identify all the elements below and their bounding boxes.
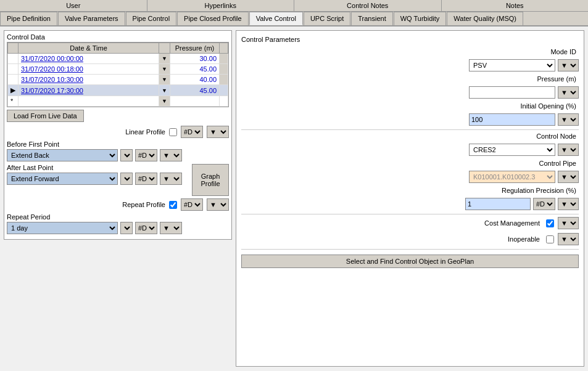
tab-transient[interactable]: Transient [351, 12, 392, 25]
tab-group-hyperlinks[interactable]: Hyperlinks [147, 0, 295, 11]
before-first-combo[interactable]: Extend Back [7, 149, 118, 161]
linear-profile-checkbox[interactable] [169, 128, 177, 136]
control-node-combo[interactable]: CRES2 [469, 144, 555, 156]
after-last-sub-combo[interactable]: ▼ [120, 173, 133, 185]
mode-id-label: Mode ID [241, 48, 579, 55]
empty-p [220, 96, 228, 107]
dropdown-arrow[interactable]: ▼ [159, 85, 170, 96]
table-row: 31/07/2020 00:18:00 ▼ 45.00 [8, 64, 228, 75]
repeat-profile-checkbox[interactable] [169, 201, 177, 209]
p-arrow [220, 75, 228, 85]
regulation-precision-hash-combo[interactable]: #D [533, 198, 555, 210]
repeat-profile-label: Repeat Profile [7, 201, 165, 208]
tab-upc-script[interactable]: UPC Script [304, 12, 350, 25]
linear-profile-combo[interactable]: #D [181, 126, 203, 138]
regulation-precision-label: Regulation Precision (%) [241, 187, 579, 194]
pressure-input[interactable] [469, 86, 555, 99]
empty-pressure [170, 96, 220, 107]
pressure-label: Pressure (m) [241, 75, 579, 83]
initial-opening-input[interactable] [469, 113, 555, 126]
cost-management-label: Cost Management [241, 219, 542, 227]
pressure-cell[interactable]: 45.00 [170, 64, 220, 75]
date-cell[interactable]: 31/07/2020 17:30:00 [19, 85, 159, 96]
pressure-cell[interactable]: 40.00 [170, 75, 220, 85]
col-indicator [8, 43, 19, 54]
col-date-time: Date & Time [19, 43, 159, 54]
row-indicator [8, 54, 19, 64]
table-row-empty: * ▼ [8, 96, 228, 107]
repeat-period-sub-combo[interactable]: ▼ [120, 222, 133, 234]
tab-pipe-closed-profile[interactable]: Pipe Closed Profile [177, 12, 249, 25]
inoperable-dropdown[interactable]: ▼ [558, 233, 579, 245]
repeat-period-label: Repeat Period [7, 213, 229, 221]
empty-arrow[interactable]: ▼ [159, 96, 170, 107]
date-cell[interactable]: 31/07/2020 10:30:00 [19, 75, 159, 85]
tab-group-control-notes[interactable]: Control Notes [294, 0, 442, 11]
tab-pipe-control[interactable]: Pipe Control [126, 12, 177, 25]
before-first-dropdown[interactable]: ▼ [160, 149, 182, 161]
inoperable-checkbox[interactable] [546, 235, 554, 243]
pressure-cell[interactable]: 30.00 [170, 54, 220, 64]
dropdown-arrow[interactable]: ▼ [159, 54, 170, 64]
row-indicator: ▶ [8, 85, 19, 96]
control-data-table: Date & Time Pressure (m) 31/07/2020 00:0… [7, 43, 228, 107]
linear-profile-dropdown[interactable]: ▼ [207, 126, 229, 138]
col-pressure: Pressure (m) [170, 43, 220, 54]
load-live-data-button[interactable]: Load From Live Data [7, 110, 84, 122]
tab-valve-control[interactable]: Valve Control [249, 12, 303, 25]
col-p-arrow [220, 43, 228, 54]
graph-profile-button[interactable]: GraphProfile [192, 164, 229, 196]
dropdown-arrow[interactable]: ▼ [159, 75, 170, 85]
after-last-label: After Last Point [7, 164, 189, 171]
before-first-hash-combo[interactable]: #D [135, 149, 157, 161]
control-pipe-combo[interactable]: K010001.K010002.3 [469, 171, 555, 183]
tab-group-notes[interactable]: Notes [442, 0, 589, 11]
mode-id-combo[interactable]: PSV [469, 59, 555, 71]
dropdown-arrow[interactable]: ▼ [159, 64, 170, 75]
control-node-label: Control Node [241, 132, 579, 140]
control-data-label: Control Data [7, 33, 229, 41]
select-find-button[interactable]: Select and Find Control Object in GeoPla… [241, 255, 579, 268]
cost-management-dropdown[interactable]: ▼ [558, 217, 579, 229]
cost-management-checkbox[interactable] [546, 219, 554, 227]
repeat-period-combo[interactable]: 1 day [7, 222, 118, 234]
linear-profile-label: Linear Profile [7, 128, 165, 136]
after-last-combo[interactable]: Extend Forward [7, 173, 118, 185]
control-pipe-label: Control Pipe [241, 160, 579, 167]
pressure-dropdown[interactable]: ▼ [558, 86, 579, 99]
empty-indicator: * [8, 96, 19, 107]
tab-water-quality[interactable]: Water Quality (MSQ) [447, 12, 523, 25]
row-indicator [8, 64, 19, 75]
tab-wq-turbidity[interactable]: WQ Turbidity [394, 12, 447, 25]
after-last-dropdown[interactable]: ▼ [160, 173, 182, 185]
repeat-profile-dropdown[interactable]: ▼ [207, 198, 229, 211]
before-first-label: Before First Point [7, 141, 229, 148]
date-cell[interactable]: 31/07/2020 00:00:00 [19, 54, 159, 64]
control-node-sub-combo[interactable]: ▼ [558, 144, 579, 156]
table-row: 31/07/2020 10:30:00 ▼ 40.00 [8, 75, 228, 85]
tab-group-user[interactable]: User [0, 0, 147, 11]
regulation-precision-dropdown[interactable]: ▼ [558, 198, 579, 210]
empty-date [19, 96, 159, 107]
mode-id-sub-combo[interactable]: ▼ [558, 59, 579, 71]
repeat-profile-hash-combo[interactable]: #D [181, 198, 203, 211]
regulation-precision-input[interactable] [465, 198, 531, 210]
row-indicator [8, 75, 19, 85]
repeat-period-hash-combo[interactable]: #D [135, 222, 157, 234]
col-dt-arrow [159, 43, 170, 54]
tab-pipe-definition[interactable]: Pipe Definition [0, 12, 57, 25]
tab-valve-parameters[interactable]: Valve Parameters [58, 12, 125, 25]
control-pipe-sub-combo[interactable]: ▼ [558, 171, 579, 183]
control-params-label: Control Parameters [241, 36, 579, 43]
initial-opening-label: Initial Opening (%) [241, 102, 579, 110]
date-cell[interactable]: 31/07/2020 00:18:00 [19, 64, 159, 75]
repeat-period-dropdown[interactable]: ▼ [160, 222, 182, 234]
before-first-sub-combo[interactable]: ▼ [120, 149, 133, 161]
p-arrow [220, 54, 228, 64]
p-arrow [220, 85, 228, 96]
inoperable-label: Inoperable [241, 235, 542, 243]
pressure-cell[interactable]: 45.00 [170, 85, 220, 96]
p-arrow [220, 64, 228, 75]
initial-opening-dropdown[interactable]: ▼ [558, 113, 579, 126]
after-last-hash-combo[interactable]: #D [135, 173, 157, 185]
